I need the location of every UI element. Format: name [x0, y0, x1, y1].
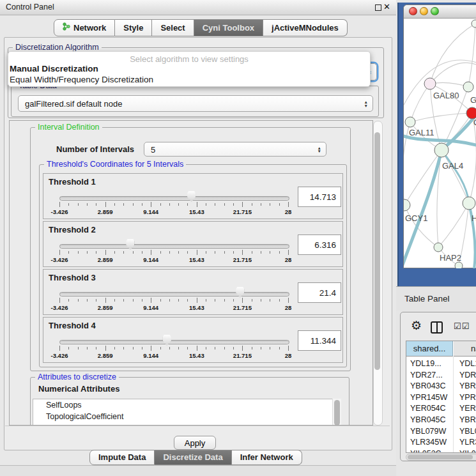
slider-tick	[87, 347, 88, 349]
slider-tick-label: 21.715	[233, 208, 252, 215]
table-horizontal-scrollbar-thumb[interactable]	[408, 455, 473, 459]
table-data-combobox[interactable]: galFiltered.sif default node ▲▼	[18, 95, 373, 112]
threshold-value-field[interactable]: 21.4	[298, 282, 341, 303]
network-edge	[441, 150, 469, 203]
table-row[interactable]: YBL079WYBL0	[406, 426, 476, 437]
columns-icon[interactable]	[431, 321, 443, 334]
threshold-row: Threshold 2-3.4262.8599.14415.4321.71528…	[43, 221, 343, 267]
threshold-value-field[interactable]: 11.344	[298, 330, 341, 351]
slider-tick	[87, 299, 88, 302]
select-columns-checkbox-icons[interactable]: ☑☑	[454, 321, 470, 331]
table-row[interactable]: YPR145WYPR1	[406, 392, 476, 403]
algorithm-dropdown-popup: Select algorithm to view settings Manual…	[8, 51, 371, 87]
list-item[interactable]: TopologicalCoefficient	[33, 411, 333, 422]
apply-button[interactable]: Apply	[174, 436, 216, 450]
num-intervals-combobox[interactable]: 5 ▲▼	[144, 142, 326, 157]
network-node-corner-node[interactable]	[472, 20, 476, 27]
network-node-label: GAL4	[442, 161, 463, 171]
tab-cyni-toolbox[interactable]: Cyni Toolbox	[194, 19, 263, 36]
tab-label: Infer Network	[240, 450, 293, 464]
cell-name: YBR0	[459, 415, 476, 424]
table-row[interactable]: YBR045CYBR0	[406, 415, 476, 426]
threshold-slider-track[interactable]	[59, 196, 289, 201]
slider-tick	[169, 347, 170, 349]
table-header-shared[interactable]: shared...	[406, 341, 453, 357]
table-row[interactable]: YBR043CYBR0	[406, 381, 476, 392]
slider-tick	[279, 347, 280, 349]
popup-placeholder-item[interactable]: Select algorithm to view settings	[8, 54, 370, 64]
control-panel-title: Control Panel	[6, 3, 54, 12]
node-table[interactable]: shared... name YDL19...YDL1YDR27...YDR2Y…	[406, 341, 476, 453]
numerical-attributes-label: Numerical Attributes	[38, 384, 119, 394]
tab-network[interactable]: Network	[54, 19, 115, 36]
slider-tick	[78, 203, 79, 206]
num-intervals-label: Number of Intervals	[56, 144, 134, 154]
slider-tick	[160, 347, 161, 349]
network-node-hap2[interactable]	[434, 243, 443, 252]
table-header-name[interactable]: name	[454, 341, 476, 357]
table-row[interactable]: YDL19...YDL1	[406, 358, 476, 369]
float-window-icon[interactable]	[375, 4, 381, 11]
close-traffic-light-icon[interactable]	[409, 7, 417, 15]
zoom-traffic-light-icon[interactable]	[431, 7, 439, 15]
network-node-gal11[interactable]	[405, 117, 415, 127]
slider-tick-label: 15.43	[189, 304, 204, 311]
popup-option-equal-width[interactable]: Equal Width/Frequency Discretization	[10, 75, 153, 84]
network-node-gcy1[interactable]	[404, 199, 410, 211]
slider-tick	[68, 347, 69, 349]
network-node-h-node[interactable]	[463, 197, 475, 210]
network-node-gal80[interactable]	[424, 78, 436, 89]
table-row[interactable]: YIL052CYIL0	[406, 449, 476, 453]
slider-tick	[187, 299, 188, 302]
slider-tick	[87, 251, 88, 254]
table-row[interactable]: YLR345WYLR3	[406, 437, 476, 448]
attributes-list-scrollbar-thumb[interactable]	[334, 400, 340, 426]
slider-tick	[252, 251, 252, 254]
tab-select[interactable]: Select	[152, 19, 194, 36]
slider-tick-label: 15.43	[189, 256, 204, 263]
threshold-row: Threshold 4-3.4262.8599.14415.4321.71528…	[43, 317, 343, 363]
slider-tick	[68, 299, 69, 302]
slider-tick	[279, 251, 280, 254]
table-horizontal-scrollbar[interactable]	[406, 454, 476, 461]
network-canvas[interactable]: GAL80GACGAL11GAL4GCY1HHAP2	[404, 18, 476, 268]
list-item[interactable]: SelfLoops	[33, 399, 333, 411]
tab-impute-data[interactable]: Impute Data	[89, 450, 155, 465]
tab-infer-network[interactable]: Infer Network	[232, 450, 302, 465]
settings-scrollbar[interactable]	[373, 121, 383, 426]
network-node-label: GAL11	[409, 128, 434, 137]
table-row[interactable]: YDR27...YDR2	[406, 370, 476, 381]
cell-name: YDL1	[459, 359, 476, 368]
popup-option-manual-discretization[interactable]: Manual Discretization	[10, 64, 98, 73]
close-icon[interactable]: ✕	[383, 2, 390, 12]
settings-scrollbar-thumb[interactable]	[374, 132, 380, 370]
threshold-slider-track[interactable]	[59, 292, 289, 296]
network-node-gal4[interactable]	[434, 143, 449, 157]
threshold-value-field[interactable]: 14.713	[298, 187, 341, 207]
network-node-label: GAL80	[433, 91, 459, 100]
threshold-slider-track[interactable]	[59, 244, 289, 249]
network-node-bottom-node[interactable]	[455, 262, 463, 268]
tab-jactivemnodules[interactable]: jActiveMNodules	[263, 19, 348, 36]
gear-icon[interactable]: ⚙	[411, 318, 422, 332]
attributes-list-scrollbar[interactable]	[332, 399, 341, 426]
tab-label: Network	[73, 20, 106, 36]
tab-style[interactable]: Style	[115, 19, 152, 36]
slider-tick-label: 2.859	[98, 256, 113, 263]
slider-tick	[261, 299, 261, 302]
threshold-value-field[interactable]: 6.316	[298, 234, 341, 255]
apply-strip: Apply	[5, 426, 390, 450]
slider-tick	[233, 299, 234, 302]
combo-arrows-icon: ▲▼	[318, 146, 321, 153]
attributes-group: Attributes to discretize Numerical Attri…	[30, 377, 349, 426]
slider-tick	[215, 203, 215, 206]
numerical-attributes-list[interactable]: SelfLoopsTopologicalCoefficientBetweenne…	[33, 399, 334, 426]
network-node-top-right-node[interactable]	[463, 82, 473, 92]
table-row[interactable]: YER054CYER0	[406, 403, 476, 414]
threshold-slider-track[interactable]	[59, 340, 289, 344]
slider-tick	[178, 203, 179, 206]
cell-shared-name: YPR145W	[410, 393, 447, 402]
slider-tick	[59, 298, 60, 303]
tab-discretize-data[interactable]: Discretize Data	[155, 450, 231, 465]
minimize-traffic-light-icon[interactable]	[420, 7, 428, 15]
